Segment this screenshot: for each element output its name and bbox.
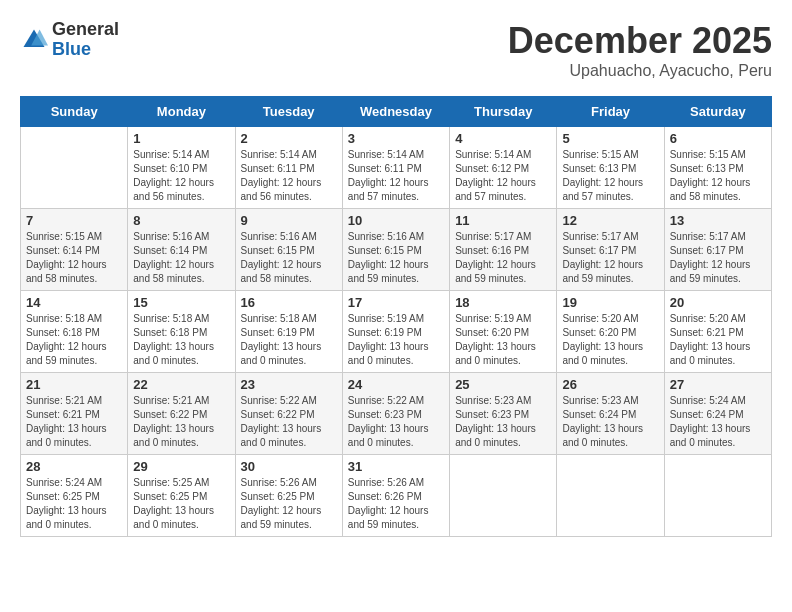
day-info: Sunrise: 5:19 AM Sunset: 6:19 PM Dayligh… <box>348 312 444 368</box>
day-info: Sunrise: 5:21 AM Sunset: 6:22 PM Dayligh… <box>133 394 229 450</box>
day-number: 31 <box>348 459 444 474</box>
calendar-cell <box>557 455 664 537</box>
logo-icon <box>20 26 48 54</box>
day-info: Sunrise: 5:23 AM Sunset: 6:23 PM Dayligh… <box>455 394 551 450</box>
day-info: Sunrise: 5:16 AM Sunset: 6:14 PM Dayligh… <box>133 230 229 286</box>
calendar-cell: 14Sunrise: 5:18 AM Sunset: 6:18 PM Dayli… <box>21 291 128 373</box>
calendar-cell: 4Sunrise: 5:14 AM Sunset: 6:12 PM Daylig… <box>450 127 557 209</box>
day-info: Sunrise: 5:26 AM Sunset: 6:26 PM Dayligh… <box>348 476 444 532</box>
weekday-header: Saturday <box>664 97 771 127</box>
calendar-cell: 18Sunrise: 5:19 AM Sunset: 6:20 PM Dayli… <box>450 291 557 373</box>
day-info: Sunrise: 5:21 AM Sunset: 6:21 PM Dayligh… <box>26 394 122 450</box>
day-number: 8 <box>133 213 229 228</box>
calendar-cell <box>450 455 557 537</box>
day-info: Sunrise: 5:17 AM Sunset: 6:16 PM Dayligh… <box>455 230 551 286</box>
calendar-week-row: 28Sunrise: 5:24 AM Sunset: 6:25 PM Dayli… <box>21 455 772 537</box>
calendar-cell: 5Sunrise: 5:15 AM Sunset: 6:13 PM Daylig… <box>557 127 664 209</box>
day-number: 20 <box>670 295 766 310</box>
day-number: 19 <box>562 295 658 310</box>
day-info: Sunrise: 5:14 AM Sunset: 6:12 PM Dayligh… <box>455 148 551 204</box>
header: General Blue December 2025 Upahuacho, Ay… <box>20 20 772 80</box>
day-info: Sunrise: 5:15 AM Sunset: 6:14 PM Dayligh… <box>26 230 122 286</box>
calendar-cell: 2Sunrise: 5:14 AM Sunset: 6:11 PM Daylig… <box>235 127 342 209</box>
day-number: 11 <box>455 213 551 228</box>
title-area: December 2025 Upahuacho, Ayacucho, Peru <box>508 20 772 80</box>
calendar-cell: 10Sunrise: 5:16 AM Sunset: 6:15 PM Dayli… <box>342 209 449 291</box>
calendar-cell: 16Sunrise: 5:18 AM Sunset: 6:19 PM Dayli… <box>235 291 342 373</box>
calendar-cell: 22Sunrise: 5:21 AM Sunset: 6:22 PM Dayli… <box>128 373 235 455</box>
day-info: Sunrise: 5:16 AM Sunset: 6:15 PM Dayligh… <box>348 230 444 286</box>
weekday-header: Monday <box>128 97 235 127</box>
day-info: Sunrise: 5:17 AM Sunset: 6:17 PM Dayligh… <box>670 230 766 286</box>
calendar-cell: 1Sunrise: 5:14 AM Sunset: 6:10 PM Daylig… <box>128 127 235 209</box>
day-number: 7 <box>26 213 122 228</box>
day-number: 29 <box>133 459 229 474</box>
day-info: Sunrise: 5:14 AM Sunset: 6:11 PM Dayligh… <box>348 148 444 204</box>
day-number: 9 <box>241 213 337 228</box>
day-info: Sunrise: 5:23 AM Sunset: 6:24 PM Dayligh… <box>562 394 658 450</box>
day-info: Sunrise: 5:24 AM Sunset: 6:25 PM Dayligh… <box>26 476 122 532</box>
calendar-cell: 24Sunrise: 5:22 AM Sunset: 6:23 PM Dayli… <box>342 373 449 455</box>
calendar-cell: 17Sunrise: 5:19 AM Sunset: 6:19 PM Dayli… <box>342 291 449 373</box>
calendar-cell: 30Sunrise: 5:26 AM Sunset: 6:25 PM Dayli… <box>235 455 342 537</box>
day-info: Sunrise: 5:20 AM Sunset: 6:20 PM Dayligh… <box>562 312 658 368</box>
day-info: Sunrise: 5:22 AM Sunset: 6:22 PM Dayligh… <box>241 394 337 450</box>
day-number: 21 <box>26 377 122 392</box>
weekday-header: Wednesday <box>342 97 449 127</box>
calendar-cell: 12Sunrise: 5:17 AM Sunset: 6:17 PM Dayli… <box>557 209 664 291</box>
day-number: 5 <box>562 131 658 146</box>
day-info: Sunrise: 5:18 AM Sunset: 6:18 PM Dayligh… <box>26 312 122 368</box>
calendar-cell: 11Sunrise: 5:17 AM Sunset: 6:16 PM Dayli… <box>450 209 557 291</box>
day-number: 26 <box>562 377 658 392</box>
month-title: December 2025 <box>508 20 772 62</box>
day-number: 16 <box>241 295 337 310</box>
day-info: Sunrise: 5:17 AM Sunset: 6:17 PM Dayligh… <box>562 230 658 286</box>
calendar-cell: 7Sunrise: 5:15 AM Sunset: 6:14 PM Daylig… <box>21 209 128 291</box>
calendar-cell: 21Sunrise: 5:21 AM Sunset: 6:21 PM Dayli… <box>21 373 128 455</box>
calendar-cell <box>664 455 771 537</box>
calendar-week-row: 14Sunrise: 5:18 AM Sunset: 6:18 PM Dayli… <box>21 291 772 373</box>
logo-general-text: General <box>52 20 119 40</box>
day-info: Sunrise: 5:18 AM Sunset: 6:19 PM Dayligh… <box>241 312 337 368</box>
weekday-header: Friday <box>557 97 664 127</box>
day-info: Sunrise: 5:14 AM Sunset: 6:11 PM Dayligh… <box>241 148 337 204</box>
location-title: Upahuacho, Ayacucho, Peru <box>508 62 772 80</box>
day-number: 24 <box>348 377 444 392</box>
day-number: 12 <box>562 213 658 228</box>
day-number: 1 <box>133 131 229 146</box>
day-number: 23 <box>241 377 337 392</box>
day-number: 14 <box>26 295 122 310</box>
weekday-header: Thursday <box>450 97 557 127</box>
calendar-cell: 27Sunrise: 5:24 AM Sunset: 6:24 PM Dayli… <box>664 373 771 455</box>
calendar-cell: 29Sunrise: 5:25 AM Sunset: 6:25 PM Dayli… <box>128 455 235 537</box>
calendar-cell: 25Sunrise: 5:23 AM Sunset: 6:23 PM Dayli… <box>450 373 557 455</box>
calendar-week-row: 1Sunrise: 5:14 AM Sunset: 6:10 PM Daylig… <box>21 127 772 209</box>
calendar-week-row: 7Sunrise: 5:15 AM Sunset: 6:14 PM Daylig… <box>21 209 772 291</box>
logo-blue-text: Blue <box>52 40 119 60</box>
calendar-cell: 3Sunrise: 5:14 AM Sunset: 6:11 PM Daylig… <box>342 127 449 209</box>
calendar-header-row: SundayMondayTuesdayWednesdayThursdayFrid… <box>21 97 772 127</box>
calendar-cell: 6Sunrise: 5:15 AM Sunset: 6:13 PM Daylig… <box>664 127 771 209</box>
calendar-week-row: 21Sunrise: 5:21 AM Sunset: 6:21 PM Dayli… <box>21 373 772 455</box>
day-number: 22 <box>133 377 229 392</box>
calendar: SundayMondayTuesdayWednesdayThursdayFrid… <box>20 96 772 537</box>
day-info: Sunrise: 5:19 AM Sunset: 6:20 PM Dayligh… <box>455 312 551 368</box>
logo: General Blue <box>20 20 119 60</box>
calendar-cell: 8Sunrise: 5:16 AM Sunset: 6:14 PM Daylig… <box>128 209 235 291</box>
day-info: Sunrise: 5:14 AM Sunset: 6:10 PM Dayligh… <box>133 148 229 204</box>
day-info: Sunrise: 5:20 AM Sunset: 6:21 PM Dayligh… <box>670 312 766 368</box>
calendar-cell: 13Sunrise: 5:17 AM Sunset: 6:17 PM Dayli… <box>664 209 771 291</box>
calendar-cell: 9Sunrise: 5:16 AM Sunset: 6:15 PM Daylig… <box>235 209 342 291</box>
day-number: 13 <box>670 213 766 228</box>
weekday-header: Sunday <box>21 97 128 127</box>
calendar-cell: 26Sunrise: 5:23 AM Sunset: 6:24 PM Dayli… <box>557 373 664 455</box>
calendar-cell <box>21 127 128 209</box>
day-number: 4 <box>455 131 551 146</box>
calendar-cell: 19Sunrise: 5:20 AM Sunset: 6:20 PM Dayli… <box>557 291 664 373</box>
day-number: 17 <box>348 295 444 310</box>
day-number: 2 <box>241 131 337 146</box>
day-number: 30 <box>241 459 337 474</box>
day-number: 3 <box>348 131 444 146</box>
day-number: 28 <box>26 459 122 474</box>
calendar-cell: 23Sunrise: 5:22 AM Sunset: 6:22 PM Dayli… <box>235 373 342 455</box>
